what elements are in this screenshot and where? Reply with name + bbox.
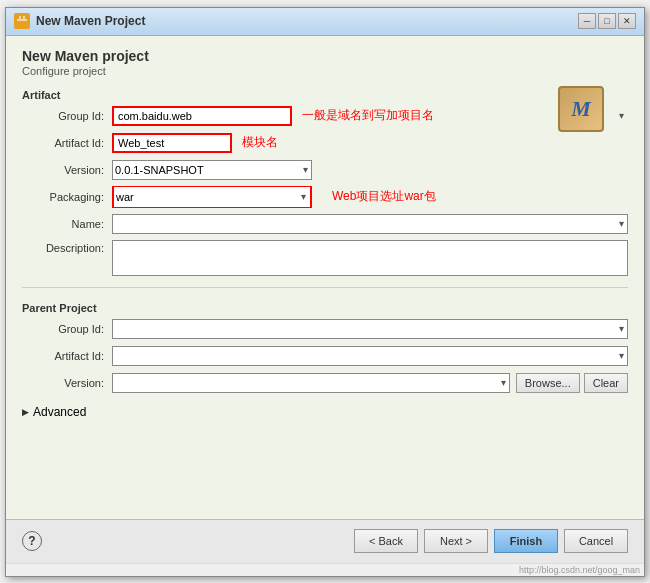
browse-button[interactable]: Browse... (516, 373, 580, 393)
group-id-input[interactable] (112, 106, 292, 126)
parent-group-id-label: Group Id: (22, 323, 112, 335)
svg-rect-2 (19, 16, 21, 19)
packaging-label: Packaging: (22, 191, 112, 203)
version-label: Version: (22, 164, 112, 176)
bottom-left: ? (22, 531, 354, 551)
bottom-bar: ? < Back Next > Finish Cancel (6, 519, 644, 563)
description-label: Description: (22, 242, 112, 254)
watermark: http://blog.csdn.net/goog_man (6, 563, 644, 576)
description-input[interactable] (112, 240, 628, 276)
parent-section-label: Parent Project (22, 302, 628, 314)
cancel-button[interactable]: Cancel (564, 529, 628, 553)
advanced-label: Advanced (33, 405, 86, 419)
group-id-annotation: 一般是域名到写加项目名 (302, 107, 434, 124)
parent-version-buttons: Browse... Clear (516, 373, 628, 393)
name-label: Name: (22, 218, 112, 230)
packaging-select[interactable]: war jar pom (114, 187, 310, 207)
name-input[interactable] (112, 214, 628, 234)
group-id-row: Group Id: 一般是域名到写加项目名 (22, 105, 628, 127)
artifact-id-input[interactable] (112, 133, 232, 153)
maven-logo: M (558, 86, 604, 132)
parent-artifact-id-select[interactable] (112, 346, 628, 366)
artifact-id-row: Artifact Id: 模块名 (22, 132, 628, 154)
title-bar: New Maven Project ─ □ ✕ (6, 8, 644, 36)
window-controls: ─ □ ✕ (578, 13, 636, 29)
maximize-button[interactable]: □ (598, 13, 616, 29)
parent-artifact-id-label: Artifact Id: (22, 350, 112, 362)
version-row: Version: 0.0.1-SNAPSHOT (22, 159, 628, 181)
window-title: New Maven Project (36, 14, 578, 28)
content-area: New Maven project Configure project M Ar… (6, 36, 644, 519)
parent-group-id-row: Group Id: (22, 318, 628, 340)
parent-version-row: Version: Browse... Clear (22, 372, 628, 394)
bottom-buttons: < Back Next > Finish Cancel (354, 529, 628, 553)
help-button[interactable]: ? (22, 531, 42, 551)
parent-artifact-id-row: Artifact Id: (22, 345, 628, 367)
page-title: New Maven project (22, 48, 149, 64)
page-header: New Maven project Configure project (22, 48, 149, 77)
group-id-label: Group Id: (22, 110, 112, 122)
advanced-row[interactable]: ▶ Advanced (22, 405, 628, 419)
version-select[interactable]: 0.0.1-SNAPSHOT (112, 160, 312, 180)
artifact-id-label: Artifact Id: (22, 137, 112, 149)
packaging-annotation: Web项目选址war包 (332, 188, 436, 205)
artifact-id-annotation: 模块名 (242, 134, 278, 151)
window-icon (14, 13, 30, 29)
artifact-section-label: Artifact (22, 89, 628, 101)
expand-icon: ▶ (22, 407, 29, 417)
name-row: Name: (22, 213, 628, 235)
header-area: New Maven project Configure project M (22, 48, 628, 81)
finish-button[interactable]: Finish (494, 529, 558, 553)
packaging-row: Packaging: war jar pom Web项目选址war包 (22, 186, 628, 208)
back-button[interactable]: < Back (354, 529, 418, 553)
clear-button[interactable]: Clear (584, 373, 628, 393)
page-subtitle: Configure project (22, 65, 149, 77)
parent-group-id-select[interactable] (112, 319, 628, 339)
svg-rect-3 (23, 16, 25, 19)
svg-rect-1 (17, 19, 27, 21)
parent-version-label: Version: (22, 377, 112, 389)
parent-version-select[interactable] (112, 373, 510, 393)
close-button[interactable]: ✕ (618, 13, 636, 29)
minimize-button[interactable]: ─ (578, 13, 596, 29)
main-window: New Maven Project ─ □ ✕ New Maven projec… (5, 7, 645, 577)
description-row: Description: (22, 240, 628, 276)
next-button[interactable]: Next > (424, 529, 488, 553)
